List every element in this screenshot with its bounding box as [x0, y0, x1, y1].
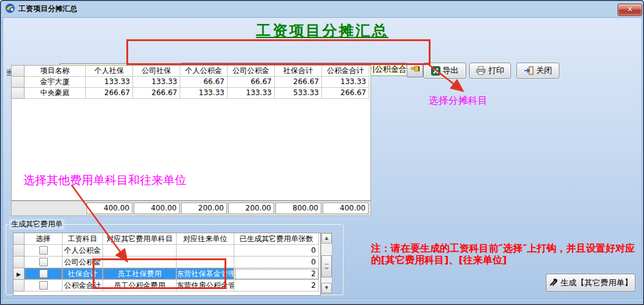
row-selector[interactable]: [13, 245, 25, 257]
generated-count-cell: 2: [234, 268, 319, 280]
total-cell: 200.00: [181, 203, 227, 214]
select-checkbox[interactable]: [39, 258, 48, 266]
total-cell: 400.00: [134, 203, 180, 214]
total-cell: 800.00: [275, 203, 321, 214]
project-name-cell: 中央豪庭: [25, 88, 86, 99]
table-row[interactable]: 公司公积金 0: [13, 257, 320, 268]
select-cell: [25, 257, 63, 268]
summary-header-row: 项目名称 个人社保 公司社保 个人公积金 公司公积金 社保合计 公积金合计: [12, 66, 370, 77]
select-cell: [25, 245, 63, 257]
close-label: 关闭: [536, 65, 552, 76]
row-selector[interactable]: ▶: [13, 268, 25, 280]
counterpart-unit-cell[interactable]: [177, 257, 234, 268]
table-row-selected[interactable]: ▶ 社保合计 员工社保费用 东营社保基金管理局 2: [13, 268, 320, 280]
table-row[interactable]: 中央豪庭 266.67 266.67 133.33 133.33 533.33 …: [12, 88, 370, 99]
empty-row-strip: [13, 291, 320, 295]
exit-door-icon: [524, 66, 534, 75]
groupbox-title: 生成其它费用单: [9, 219, 64, 230]
title-bar: 工资项目分摊汇总 ×: [0, 0, 644, 17]
expense-table: 选择 工资科目 对应其它费用单科目 对应往来单位 已生成其它费用单张数 个人公积…: [13, 233, 321, 296]
row-selector-header: [13, 233, 25, 245]
row-selector[interactable]: [12, 88, 25, 99]
generated-count-cell: 0: [234, 245, 319, 257]
salary-subject-cell: 公积金合计: [63, 280, 103, 291]
counterpart-unit-cell[interactable]: [177, 245, 234, 257]
column-header[interactable]: 社保合计: [275, 66, 322, 77]
row-selector[interactable]: [13, 280, 25, 291]
note-text: 注：请在要生成的工资科目前″选择″上打钩，并且设置好对应的[其它费用科目]、[往…: [371, 242, 636, 266]
window-close-button[interactable]: ×: [618, 4, 642, 16]
expense-groupbox: 生成其它费用单 选择 工资科目 对应其它费用单科目 对应往来单位 已生成其它费用…: [5, 223, 343, 295]
generate-expense-button[interactable]: 生成【其它费用单】: [546, 274, 635, 291]
table-row[interactable]: 个人公积金 0: [13, 245, 320, 257]
summary-totals-row: 400.00 400.00 200.00 200.00 800.00 400.0…: [11, 201, 371, 216]
printer-icon: [476, 66, 486, 75]
value-cell: 133.33: [228, 88, 275, 99]
expense-subject-cell[interactable]: 员工社保费用: [103, 268, 177, 280]
salary-subject-cell: 公司公积金: [63, 257, 103, 268]
table-row[interactable]: 公积金合计 员工公积金费用 东营住房公积金管理 2: [13, 280, 320, 291]
column-header[interactable]: 对应往来单位: [177, 233, 234, 245]
total-cell: 400.00: [323, 203, 369, 214]
column-header[interactable]: 对应其它费用单科目: [103, 233, 177, 245]
value-cell: 266.67: [275, 77, 322, 88]
pointing-hand-icon: [410, 64, 420, 73]
column-header[interactable]: 工资科目: [63, 233, 103, 245]
value-cell: 266.67: [86, 88, 133, 99]
close-button[interactable]: 关闭: [516, 63, 559, 79]
column-header[interactable]: 公司公积金: [228, 66, 275, 77]
value-cell: 133.33: [86, 77, 133, 88]
scrollbar-down-icon[interactable]: ▼: [321, 283, 332, 293]
value-cell: 66.67: [228, 77, 275, 88]
thumb-grip: [324, 264, 329, 268]
scrollbar-thumb[interactable]: [321, 255, 332, 277]
value-cell: 533.33: [275, 88, 322, 99]
value-cell: 133.33: [322, 77, 369, 88]
counterpart-unit-cell[interactable]: 东营住房公积金管理: [177, 280, 234, 291]
select-cell: [25, 268, 63, 280]
window-title: 工资项目分摊汇总: [18, 4, 77, 14]
hammer-tools-icon: [549, 278, 558, 287]
expense-subject-cell[interactable]: 员工公积金费用: [103, 280, 177, 291]
select-checkbox[interactable]: [39, 281, 48, 290]
excel-icon: [431, 66, 440, 75]
page-title: 工资项目分摊汇总: [3, 21, 642, 41]
value-cell: 133.33: [133, 77, 180, 88]
total-cell: 200.00: [228, 203, 274, 214]
print-button[interactable]: 打印: [469, 63, 511, 79]
row-selector[interactable]: [12, 77, 25, 88]
app-icon: [5, 3, 15, 14]
expense-table-scrollbar[interactable]: ▲ ▼: [321, 233, 332, 294]
column-header[interactable]: 项目名称: [25, 66, 86, 77]
counterpart-unit-cell[interactable]: 东营社保基金管理局: [177, 268, 234, 280]
app-window: 工资项目分摊汇总 × 工资项目分摊汇总 当前工资月份 2016年7月 分摊科目选…: [0, 0, 644, 305]
select-checkbox[interactable]: [39, 246, 48, 255]
generated-count-cell: 2: [234, 280, 319, 291]
select-cell: [25, 280, 63, 291]
total-cell: 400.00: [86, 203, 132, 214]
salary-subject-cell: 社保合计: [63, 268, 103, 280]
column-header[interactable]: 公积金合计: [322, 66, 369, 77]
print-label: 打印: [488, 65, 504, 76]
row-selector[interactable]: [13, 257, 25, 268]
scrollbar-up-icon[interactable]: ▲: [321, 233, 332, 244]
table-row[interactable]: 金宇大厦 133.33 133.33 66.67 66.67 266.67 13…: [12, 77, 370, 88]
subject-picker-button[interactable]: [407, 63, 423, 77]
expense-header-row: 选择 工资科目 对应其它费用单科目 对应往来单位 已生成其它费用单张数: [13, 233, 320, 245]
salary-subject-cell: 个人公积金: [63, 245, 103, 257]
close-x-icon: ×: [627, 5, 633, 14]
project-name-cell: 金宇大厦: [25, 77, 86, 88]
select-checkbox[interactable]: [39, 269, 48, 278]
export-label: 导出: [443, 65, 459, 76]
value-cell: 66.67: [180, 77, 228, 88]
export-button[interactable]: 导出: [423, 63, 466, 79]
column-header[interactable]: 个人社保: [86, 66, 133, 77]
column-header[interactable]: 选择: [25, 233, 63, 245]
value-cell: 266.67: [322, 88, 369, 99]
value-cell: 133.33: [180, 88, 228, 99]
expense-subject-cell[interactable]: [103, 245, 177, 257]
column-header[interactable]: 已生成其它费用单张数: [234, 233, 319, 245]
column-header[interactable]: 个人公积金: [180, 66, 228, 77]
column-header[interactable]: 公司社保: [133, 66, 180, 77]
expense-subject-cell[interactable]: [103, 257, 177, 268]
